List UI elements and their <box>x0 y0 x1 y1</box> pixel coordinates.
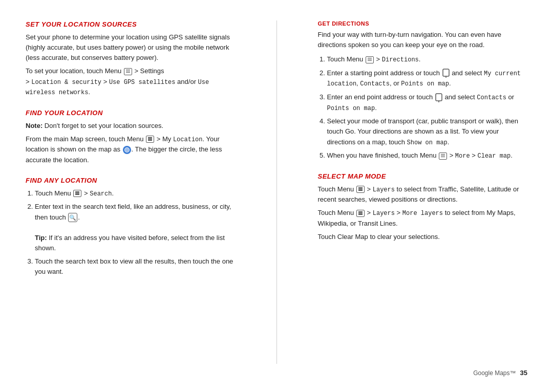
set-location-p1: Set your phone to determine your locatio… <box>26 32 236 63</box>
find-any-location-title: FIND ANY LOCATION <box>26 177 236 184</box>
map-mode-p1: Touch Menu > Layers to select from Traff… <box>318 184 528 205</box>
get-directions-intro-text: Find your way with turn-by-turn navigati… <box>318 30 528 50</box>
svg-rect-2 <box>436 94 442 101</box>
pin-icon-2 <box>435 93 442 102</box>
page-number: 35 <box>520 369 527 377</box>
select-map-mode-body: Touch Menu > Layers to select from Traff… <box>318 184 528 243</box>
set-location-sources-body: Set your phone to determine your locatio… <box>26 32 236 98</box>
find-your-location-desc: From the main Map screen, touch Menu > M… <box>26 134 236 165</box>
pin-icon-1 <box>442 69 450 78</box>
set-location-p2: To set your location, touch Menu > Setti… <box>26 66 236 97</box>
step-2: Enter text in the search text field, lik… <box>35 202 236 253</box>
column-divider <box>276 20 277 364</box>
menu-icon-6 <box>356 186 365 193</box>
find-your-location-title: FIND YOUR LOCATION <box>26 109 236 117</box>
step-3: Touch the search text box to view all th… <box>35 256 236 277</box>
find-your-location-note: Note: Don't forget to set your location … <box>26 121 236 131</box>
left-column: SET YOUR LOCATION SOURCES Set your phone… <box>26 20 246 364</box>
menu-icon-1 <box>124 68 132 75</box>
right-column: GET DIRECTIONS Find your way with turn-b… <box>308 20 528 364</box>
dir-step-3: Enter an end point address or touch and … <box>327 92 528 113</box>
section-get-directions: GET DIRECTIONS Find your way with turn-b… <box>318 20 528 161</box>
section-set-location-sources: SET YOUR LOCATION SOURCES Set your phone… <box>26 20 236 98</box>
note-label: Note: <box>26 122 42 129</box>
search-icon: 🔍 <box>68 213 77 222</box>
menu-icon-5 <box>439 153 447 160</box>
section-select-map-mode: SELECT MAP MODE Touch Menu > Layers to s… <box>318 172 528 243</box>
select-map-mode-title: SELECT MAP MODE <box>318 172 528 180</box>
get-directions-title: GET DIRECTIONS <box>318 20 528 27</box>
page-footer: Google Maps™ 35 <box>26 364 527 377</box>
menu-icon-2 <box>146 136 154 143</box>
step-1: Touch Menu > Search. <box>35 188 236 199</box>
menu-icon-3 <box>73 190 81 197</box>
get-directions-steps: Touch Menu > Directions. Enter a startin… <box>318 54 528 161</box>
dir-step-2: Enter a starting point address or touch … <box>327 68 528 89</box>
tip-label: Tip: <box>35 234 47 242</box>
map-mode-p3: Touch Clear Map to clear your selections… <box>318 232 528 242</box>
dir-step-4: Select your mode of transport (car, publ… <box>327 116 528 147</box>
svg-rect-0 <box>443 69 449 76</box>
set-location-sources-title: SET YOUR LOCATION SOURCES <box>26 20 236 28</box>
section-find-any-location: FIND ANY LOCATION Touch Menu > Search. E… <box>26 177 236 277</box>
menu-icon-4 <box>366 56 374 63</box>
find-your-location-body: Note: Don't forget to set your location … <box>26 121 236 165</box>
map-mode-p2: Touch Menu > Layers > More layers to sel… <box>318 208 528 229</box>
get-directions-intro: Find your way with turn-by-turn navigati… <box>318 30 528 50</box>
find-any-location-steps: Touch Menu > Search. Enter text in the s… <box>26 188 236 277</box>
location-dot-icon <box>123 146 131 154</box>
section-find-your-location: FIND YOUR LOCATION Note: Don't forget to… <box>26 109 236 165</box>
dir-step-1: Touch Menu > Directions. <box>327 54 528 65</box>
brand-label: Google Maps™ <box>473 369 516 377</box>
dir-step-5: When you have finished, touch Menu > Mor… <box>327 150 528 161</box>
menu-icon-7 <box>356 210 365 217</box>
page: SET YOUR LOCATION SOURCES Set your phone… <box>0 0 553 392</box>
